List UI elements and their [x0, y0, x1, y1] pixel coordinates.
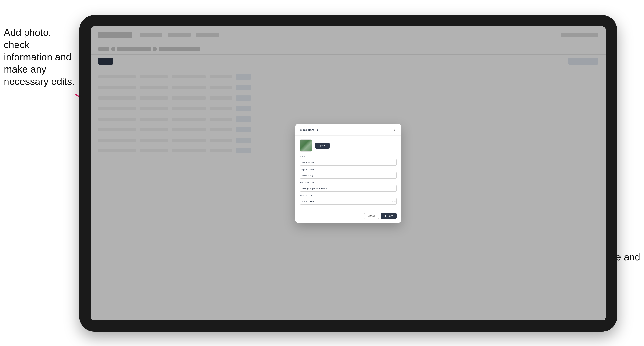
email-label: Email address	[300, 181, 396, 184]
email-input[interactable]	[300, 185, 396, 192]
school-year-arrows[interactable]: ▲ ▼	[394, 200, 396, 203]
school-year-clear-icon[interactable]: ×	[391, 199, 394, 203]
display-name-field-group: Display name	[300, 168, 396, 179]
cancel-button[interactable]: Cancel	[364, 213, 379, 219]
name-field-group: Name	[300, 155, 396, 166]
photo-thumb-image	[300, 140, 312, 151]
modal-close-button[interactable]: ×	[392, 128, 396, 133]
modal-body: Upload Name Display name Email addre	[296, 136, 401, 212]
school-year-wrapper: × ▲ ▼	[300, 198, 396, 205]
modal-header: User details ×	[296, 124, 401, 136]
name-label: Name	[300, 155, 396, 158]
save-label: Save	[388, 214, 393, 217]
display-name-input[interactable]	[300, 172, 396, 179]
school-year-down-arrow[interactable]: ▼	[394, 201, 396, 203]
modal-overlay: User details × Upload Name	[90, 26, 606, 320]
upload-photo-button[interactable]: Upload	[315, 143, 330, 149]
annotation-left: Add photo, check information and make an…	[4, 26, 76, 88]
tablet-screen: User details × Upload Name	[90, 26, 606, 320]
tablet-device: User details × Upload Name	[79, 15, 617, 332]
user-details-modal: User details × Upload Name	[296, 124, 401, 223]
modal-footer: Cancel ⬆ Save	[296, 213, 401, 223]
photo-section: Upload	[300, 140, 396, 152]
school-year-field-group: School Year × ▲ ▼	[300, 194, 396, 205]
photo-thumbnail	[300, 140, 312, 152]
school-year-input[interactable]	[300, 198, 396, 205]
save-button[interactable]: ⬆ Save	[381, 213, 396, 219]
display-name-label: Display name	[300, 168, 396, 171]
email-field-group: Email address	[300, 181, 396, 192]
name-input[interactable]	[300, 159, 396, 166]
school-year-controls: × ▲ ▼	[391, 199, 396, 203]
save-icon: ⬆	[384, 214, 386, 217]
modal-title: User details	[300, 128, 318, 132]
school-year-label: School Year	[300, 194, 396, 197]
